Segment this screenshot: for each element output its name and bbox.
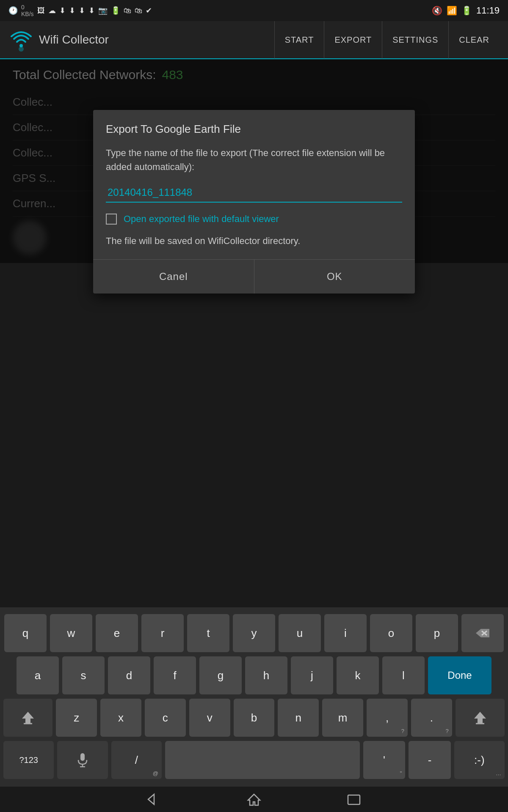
clock-icon: 🕐: [8, 6, 18, 15]
status-icons-right: 🔇 📶 🔋 11:19: [432, 5, 500, 16]
keyboard-row-1: q w e r t y u i o p: [3, 614, 505, 652]
key-y[interactable]: y: [233, 614, 275, 652]
save-note: The file will be saved on WifiCollector …: [106, 236, 402, 247]
shift-left-key[interactable]: [3, 699, 52, 737]
svg-marker-12: [148, 794, 154, 804]
key-f[interactable]: f: [154, 656, 196, 694]
mute-icon: 🔇: [432, 5, 442, 16]
key-period[interactable]: .?: [411, 699, 452, 737]
dialog-overlay: Export To Google Earth File Type the nam…: [0, 59, 508, 263]
svg-point-1: [19, 47, 24, 52]
done-key[interactable]: Done: [428, 656, 491, 694]
dl1-icon: ⬇: [59, 6, 66, 15]
space-key[interactable]: [165, 741, 360, 779]
status-time: 11:19: [476, 5, 500, 16]
ok-button[interactable]: OK: [254, 260, 415, 294]
svg-rect-9: [80, 753, 85, 761]
battery-icon: 🔋: [461, 5, 472, 16]
key-e[interactable]: e: [96, 614, 138, 652]
key-r[interactable]: r: [141, 614, 184, 652]
screen-icon: 📷: [98, 6, 108, 15]
svg-marker-7: [474, 712, 486, 724]
apostrophe-key[interactable]: '": [363, 741, 405, 779]
photo-icon: 🖼: [37, 6, 45, 15]
main-content: Total Collected Networks: 483 Collec... …: [0, 59, 508, 263]
svg-marker-5: [22, 712, 34, 724]
key-p[interactable]: p: [416, 614, 458, 652]
keyboard-row-4: ?123 /@ '" - :-) …: [3, 741, 505, 779]
key-c[interactable]: c: [145, 699, 186, 737]
recent-button[interactable]: [346, 792, 362, 807]
keyboard: q w e r t y u i o p a s d f g h j k l Do…: [0, 607, 508, 787]
charge-icon: 🔋: [111, 6, 120, 15]
key-l[interactable]: l: [382, 656, 425, 694]
dialog-description: Type the name of the file to export (The…: [106, 146, 402, 174]
svg-marker-2: [476, 629, 489, 637]
filename-input[interactable]: [106, 183, 402, 203]
status-bar: 🕐 0KB/s 🖼 ☁ ⬇ ⬇ ⬇ ⬇ 📷 🔋 🛍 🛍 ✔ 🔇 📶 🔋 11:1…: [0, 0, 508, 21]
key-q[interactable]: q: [4, 614, 47, 652]
bag2-icon: 🛍: [135, 6, 142, 15]
mic-key[interactable]: [57, 741, 108, 779]
dash-key[interactable]: -: [409, 741, 450, 779]
period-sub: ?: [446, 728, 449, 734]
dialog-buttons: Canel OK: [93, 260, 415, 294]
key-s[interactable]: s: [62, 656, 105, 694]
dl4-icon: ⬇: [88, 6, 95, 15]
svg-marker-13: [248, 794, 260, 805]
emoji-sub: …: [496, 770, 501, 776]
export-dialog: Export To Google Earth File Type the nam…: [93, 110, 415, 294]
back-button[interactable]: [146, 792, 162, 807]
home-button[interactable]: [246, 792, 262, 807]
key-w[interactable]: w: [50, 614, 92, 652]
key-h[interactable]: h: [245, 656, 287, 694]
default-viewer-checkbox[interactable]: [106, 214, 117, 225]
cloud-icon: ☁: [48, 6, 56, 15]
app-logo: Wifi Collector: [8, 27, 274, 52]
clear-button[interactable]: CLEAR: [448, 21, 500, 59]
kb-icon: 0KB/s: [21, 4, 34, 17]
app-bar: Wifi Collector START EXPORT SETTINGS CLE…: [0, 21, 508, 59]
key-m[interactable]: m: [322, 699, 363, 737]
keyboard-row-3: z x c v b n m ,? .?: [3, 699, 505, 737]
export-button[interactable]: EXPORT: [324, 21, 382, 59]
key-b[interactable]: b: [234, 699, 275, 737]
key-comma[interactable]: ,?: [367, 699, 408, 737]
key-g[interactable]: g: [199, 656, 242, 694]
slash-sub: @: [153, 770, 158, 776]
key-i[interactable]: i: [324, 614, 367, 652]
status-icons-left: 🕐 0KB/s 🖼 ☁ ⬇ ⬇ ⬇ ⬇ 📷 🔋 🛍 🛍 ✔: [8, 4, 152, 17]
key-a[interactable]: a: [17, 656, 59, 694]
start-button[interactable]: START: [274, 21, 324, 59]
key-u[interactable]: u: [279, 614, 321, 652]
key-v[interactable]: v: [189, 699, 230, 737]
key-k[interactable]: k: [337, 656, 379, 694]
emoji-key[interactable]: :-) …: [454, 741, 505, 779]
key-d[interactable]: d: [108, 656, 150, 694]
nav-bar: [0, 787, 508, 812]
app-title: Wifi Collector: [39, 33, 109, 47]
settings-button[interactable]: SETTINGS: [382, 21, 448, 59]
checkbox-label: Open exported file with default viewer: [124, 214, 279, 225]
cancel-button[interactable]: Canel: [93, 260, 254, 294]
slash-key[interactable]: /@: [111, 741, 162, 779]
dialog-body: Export To Google Earth File Type the nam…: [93, 110, 415, 259]
key-x[interactable]: x: [100, 699, 141, 737]
comma-sub: ?: [401, 728, 404, 734]
apos-sub: ": [400, 770, 402, 776]
key-n[interactable]: n: [278, 699, 319, 737]
wifi-status-icon: 📶: [447, 5, 457, 16]
key-t[interactable]: t: [187, 614, 229, 652]
bag-icon: 🛍: [124, 6, 131, 15]
key-j[interactable]: j: [291, 656, 333, 694]
keyboard-row-2: a s d f g h j k l Done: [3, 656, 505, 694]
numeric-key[interactable]: ?123: [3, 741, 54, 779]
dl2-icon: ⬇: [69, 6, 75, 15]
key-z[interactable]: z: [56, 699, 97, 737]
backspace-key[interactable]: [461, 614, 504, 652]
check-icon: ✔: [146, 6, 152, 15]
key-o[interactable]: o: [370, 614, 412, 652]
svg-rect-14: [348, 795, 360, 804]
shift-right-key[interactable]: [456, 699, 505, 737]
wifi-app-icon: [8, 27, 34, 52]
